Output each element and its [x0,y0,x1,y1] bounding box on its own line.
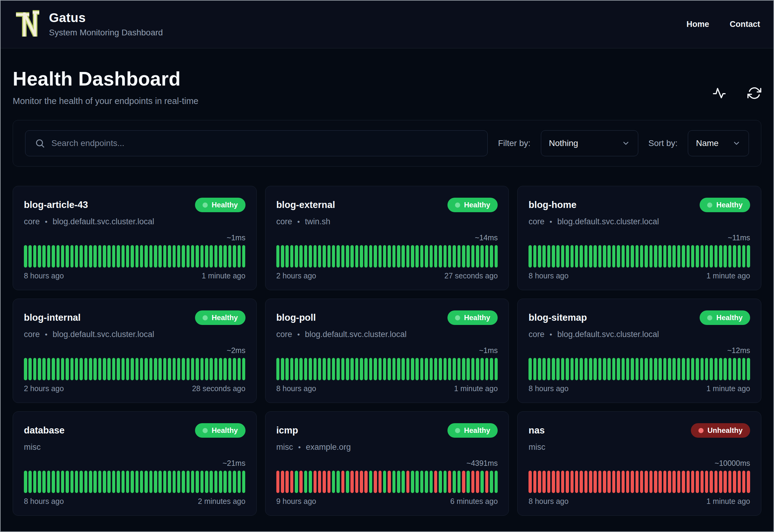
history-bar[interactable] [84,245,88,268]
history-bar[interactable] [617,245,620,268]
history-bar[interactable] [415,245,419,268]
history-bar[interactable] [420,245,424,268]
history-bar[interactable] [314,358,317,380]
history-bar[interactable] [538,471,541,493]
history-bar[interactable] [341,471,345,493]
history-bar[interactable] [163,358,167,380]
history-bar[interactable] [710,358,713,380]
history-bar[interactable] [135,471,139,493]
history-bar[interactable] [355,471,359,493]
history-bar[interactable] [728,358,732,380]
endpoint-card[interactable]: blog-sitemap Healthy core • blog.default… [517,299,761,403]
history-bar[interactable] [420,358,424,380]
history-bar[interactable] [714,471,718,493]
history-bar[interactable] [733,358,736,380]
history-bar[interactable] [89,245,92,268]
history-bar[interactable] [84,471,88,493]
history-bar[interactable] [617,358,620,380]
history-bar[interactable] [552,471,555,493]
history-bar[interactable] [200,358,204,380]
history-bar[interactable] [290,471,294,493]
history-bar[interactable] [47,245,50,268]
history-bar[interactable] [337,358,340,380]
history-bar[interactable] [299,358,303,380]
history-bar[interactable] [733,471,736,493]
history-bar[interactable] [453,358,456,380]
history-bar[interactable] [314,245,317,268]
history-bar[interactable] [177,358,180,380]
history-bar[interactable] [200,471,204,493]
history-bar[interactable] [70,245,74,268]
history-bar[interactable] [187,245,190,268]
history-bar[interactable] [434,471,437,493]
history-bar[interactable] [495,358,498,380]
history-bar[interactable] [323,358,326,380]
history-bar[interactable] [672,245,676,268]
endpoint-card[interactable]: database Healthy misc ~21ms 8 hours ago … [13,411,257,516]
history-bar[interactable] [480,471,484,493]
history-bar[interactable] [191,245,194,268]
history-bar[interactable] [411,245,414,268]
history-bar[interactable] [622,358,625,380]
history-bar[interactable] [659,245,662,268]
history-bar[interactable] [528,358,532,380]
history-bar[interactable] [205,245,208,268]
history-bar[interactable] [742,358,746,380]
history-bar[interactable] [158,471,162,493]
history-bar[interactable] [24,245,27,268]
history-bar[interactable] [612,471,616,493]
history-bar[interactable] [397,245,400,268]
history-bar[interactable] [645,471,648,493]
endpoint-card[interactable]: blog-internal Healthy core • blog.defaul… [13,299,257,403]
history-bar[interactable] [691,245,694,268]
history-bar[interactable] [444,245,447,268]
history-bar[interactable] [575,471,578,493]
history-bar[interactable] [131,245,134,268]
history-bar[interactable] [210,245,213,268]
history-bar[interactable] [640,245,643,268]
history-bar[interactable] [107,471,111,493]
history-bar[interactable] [617,471,620,493]
endpoint-card[interactable]: blog-home Healthy core • blog.default.sv… [517,186,761,290]
history-bar[interactable] [337,245,340,268]
history-bar[interactable] [369,358,372,380]
history-bar[interactable] [196,358,199,380]
history-bar[interactable] [584,358,588,380]
history-bar[interactable] [589,471,592,493]
history-bar[interactable] [47,471,50,493]
history-bar[interactable] [742,245,746,268]
history-bar[interactable] [668,245,671,268]
history-bar[interactable] [126,358,129,380]
history-bar[interactable] [677,471,681,493]
history-bar[interactable] [533,358,537,380]
history-bar[interactable] [402,245,405,268]
history-bar[interactable] [480,245,484,268]
history-bar[interactable] [140,471,143,493]
history-bar[interactable] [533,471,537,493]
history-bar[interactable] [415,358,419,380]
history-bar[interactable] [622,245,625,268]
history-bar[interactable] [57,358,60,380]
history-bar[interactable] [453,471,456,493]
history-bar[interactable] [448,358,451,380]
history-bar[interactable] [24,471,27,493]
history-bar[interactable] [439,358,442,380]
history-bar[interactable] [374,245,377,268]
history-bar[interactable] [332,358,335,380]
history-bar[interactable] [682,471,685,493]
history-bar[interactable] [158,358,162,380]
history-bar[interactable] [462,471,465,493]
history-bar[interactable] [323,471,326,493]
history-bar[interactable] [210,358,213,380]
history-bar[interactable] [122,471,125,493]
history-bar[interactable] [28,245,32,268]
history-bar[interactable] [337,471,340,493]
history-bar[interactable] [33,358,37,380]
history-bar[interactable] [75,471,78,493]
history-bar[interactable] [677,358,681,380]
history-bar[interactable] [196,471,199,493]
history-bar[interactable] [636,245,639,268]
history-bar[interactable] [747,245,750,268]
history-bar[interactable] [112,358,115,380]
history-bar[interactable] [425,471,428,493]
